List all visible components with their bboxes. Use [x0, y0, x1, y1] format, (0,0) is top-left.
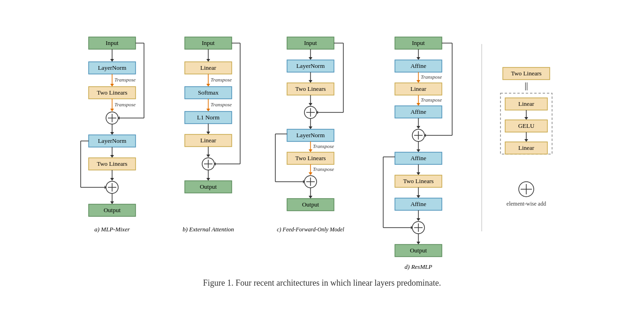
svg-text:Two Linears: Two Linears: [97, 160, 127, 167]
svg-text:Transpose: Transpose: [421, 74, 442, 80]
svg-text:c) Feed-Forward-Only Model: c) Feed-Forward-Only Model: [277, 226, 344, 233]
svg-text:Linear: Linear: [200, 137, 217, 144]
svg-marker-30: [110, 178, 114, 181]
svg-text:LayerNorm: LayerNorm: [296, 132, 325, 139]
svg-text:Transpose: Transpose: [313, 143, 334, 149]
svg-text:Transpose: Transpose: [421, 97, 442, 103]
svg-text:||: ||: [524, 81, 528, 90]
svg-text:Input: Input: [106, 39, 119, 46]
svg-marker-179: [524, 117, 528, 120]
svg-marker-39: [110, 201, 114, 204]
diagrams-wrapper: Input LayerNorm Transpose Two Linears Tr…: [71, 30, 573, 274]
svg-marker-106: [309, 172, 312, 175]
svg-marker-55: [206, 109, 210, 111]
svg-text:Input: Input: [304, 39, 317, 46]
svg-text:GELU: GELU: [518, 122, 534, 129]
svg-text:Affine: Affine: [410, 108, 426, 115]
svg-text:b) External Attention: b) External Attention: [182, 226, 234, 233]
svg-marker-116: [309, 196, 312, 199]
svg-text:Output: Output: [103, 207, 121, 214]
svg-marker-150: [417, 172, 420, 175]
resmlp-diagram: Input Affine Transpose Linear Transpose …: [371, 30, 465, 274]
svg-marker-80: [309, 57, 312, 60]
svg-marker-50: [206, 84, 210, 87]
svg-marker-88: [309, 103, 312, 106]
svg-text:d) ResMLP: d) ResMLP: [404, 263, 432, 270]
svg-text:Linear: Linear: [200, 64, 217, 71]
svg-marker-127: [417, 80, 420, 83]
svg-text:Two Linears: Two Linears: [295, 155, 326, 162]
svg-text:Transpose: Transpose: [211, 102, 232, 107]
svg-text:Output: Output: [199, 183, 217, 190]
svg-text:Two Linears: Two Linears: [403, 177, 433, 185]
svg-marker-3: [110, 59, 114, 62]
svg-marker-158: [417, 218, 420, 221]
svg-text:Softmax: Softmax: [197, 89, 219, 96]
svg-marker-64: [206, 155, 210, 157]
svg-text:Transpose: Transpose: [114, 102, 136, 107]
svg-text:LayerNorm: LayerNorm: [98, 137, 126, 144]
svg-marker-97: [309, 126, 312, 129]
svg-text:Linear: Linear: [518, 144, 535, 151]
svg-text:LayerNorm: LayerNorm: [296, 62, 325, 69]
svg-text:a) MLP-Mixer: a) MLP-Mixer: [94, 226, 130, 233]
svg-marker-84: [309, 80, 312, 83]
svg-marker-132: [417, 103, 420, 106]
svg-text:Affine: Affine: [410, 155, 426, 162]
mlp-mixer-diagram: Input LayerNorm Transpose Two Linears Tr…: [71, 30, 153, 274]
svg-text:Linear: Linear: [410, 85, 427, 92]
svg-text:Output: Output: [409, 247, 427, 254]
svg-text:LayerNorm: LayerNorm: [98, 64, 126, 71]
svg-marker-123: [417, 57, 420, 60]
svg-text:Affine: Affine: [410, 200, 426, 207]
svg-text:Transpose: Transpose: [211, 77, 232, 82]
svg-text:Input: Input: [412, 39, 425, 46]
svg-marker-101: [309, 149, 312, 152]
svg-marker-167: [417, 242, 420, 244]
svg-marker-22: [110, 132, 114, 135]
external-attention-diagram: Input Linear Transpose Softmax Transpose…: [167, 30, 250, 274]
feed-forward-only-diagram: Input LayerNorm Two Linears: [264, 30, 357, 274]
svg-text:Input: Input: [202, 39, 215, 46]
svg-marker-154: [417, 195, 420, 198]
svg-text:Linear: Linear: [518, 100, 535, 107]
svg-text:Affine: Affine: [410, 62, 426, 69]
svg-text:element-wise add: element-wise add: [506, 200, 546, 207]
svg-marker-7: [110, 84, 114, 87]
svg-marker-12: [110, 109, 114, 111]
svg-text:Output: Output: [302, 201, 319, 208]
figure-container: Input LayerNorm Transpose Two Linears Tr…: [9, 30, 635, 288]
figure-caption: Figure 1. Four recent architectures in w…: [203, 278, 441, 288]
svg-text:Transpose: Transpose: [114, 77, 136, 82]
svg-text:Transpose: Transpose: [313, 166, 334, 172]
svg-marker-137: [417, 126, 420, 129]
svg-marker-46: [206, 59, 210, 62]
svg-marker-146: [417, 149, 420, 152]
legend-area: Two Linears || Linear GELU Linear: [479, 30, 573, 274]
svg-text:L1 Norm: L1 Norm: [197, 114, 219, 121]
svg-marker-183: [524, 139, 528, 142]
svg-text:Two Linears: Two Linears: [97, 89, 127, 96]
svg-text:Two Linears: Two Linears: [511, 70, 541, 77]
svg-marker-26: [110, 155, 114, 158]
svg-marker-60: [206, 132, 210, 134]
svg-text:Two Linears: Two Linears: [295, 85, 326, 92]
svg-marker-73: [206, 178, 210, 181]
